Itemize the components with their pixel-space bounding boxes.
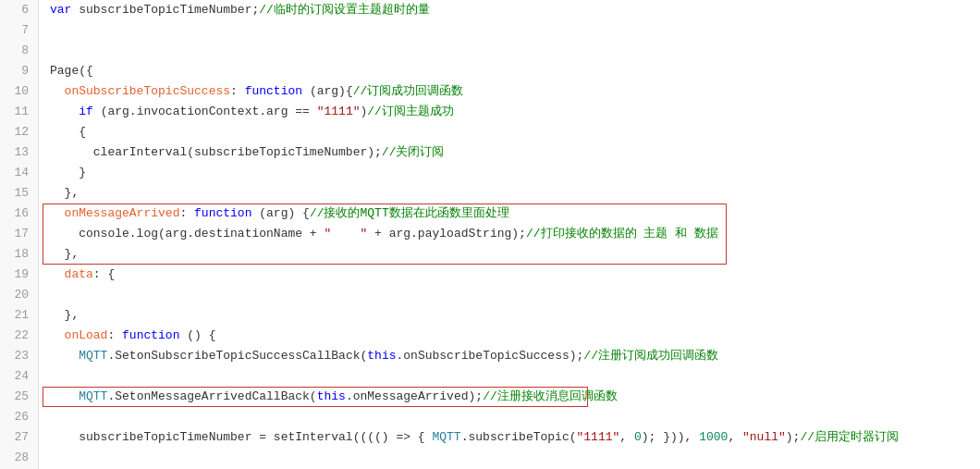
code-line-18: }, [50,244,980,265]
code-line-21: }, [50,305,980,326]
code-line-6: var subscribeTopicTimeNumber;//临时的订阅设置主题… [50,0,980,20]
code-content[interactable]: var subscribeTopicTimeNumber;//临时的订阅设置主题… [39,0,980,469]
code-line-26 [50,407,980,427]
code-line-28 [50,448,980,468]
code-line-11: if (arg.invocationContext.arg == "1111")… [50,102,980,122]
code-line-14: } [50,163,980,183]
code-line-9: Page({ [50,61,980,81]
code-line-10: onSubscribeTopicSuccess: function (arg){… [50,81,980,102]
code-line-17: console.log(arg.destinationName + " " + … [50,224,980,244]
code-line-24 [50,366,980,387]
code-line-27: subscribeTopicTimeNumber = setInterval((… [50,427,980,448]
code-line-22: onLoad: function () { [50,326,980,346]
code-line-25: MQTT.SetonMessageArrivedCallBack(this.on… [50,387,980,407]
code-line-7 [50,20,980,41]
code-line-13: clearInterval(subscribeTopicTimeNumber);… [50,142,980,163]
line-numbers: 6 7 8 9 10 11 12 13 14 15 16 17 18 19 20… [0,0,39,469]
code-editor: 6 7 8 9 10 11 12 13 14 15 16 17 18 19 20… [0,0,980,469]
code-line-19: data: { [50,265,980,285]
code-line-16: onMessageArrived: function (arg) {//接收的M… [50,204,980,224]
code-line-23: MQTT.SetonSubscribeTopicSuccessCallBack(… [50,346,980,366]
code-line-15: }, [50,183,980,204]
code-line-8 [50,41,980,61]
code-line-20 [50,285,980,305]
code-line-12: { [50,122,980,142]
